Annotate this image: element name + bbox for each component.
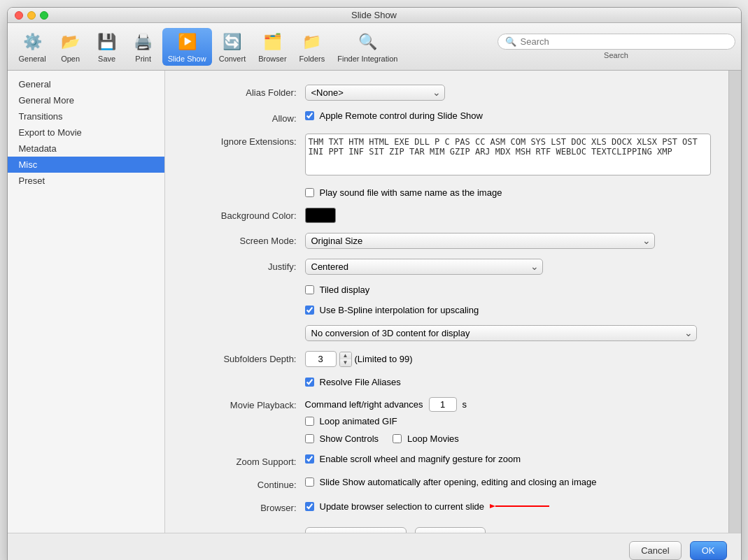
slideshow-icon: ▶️ <box>176 31 198 53</box>
toolbar-item-save[interactable]: 💾 Save <box>90 28 125 66</box>
toolbar-item-finder[interactable]: 🔍 Finder Integration <box>332 28 403 66</box>
subfolders-input[interactable] <box>305 351 337 367</box>
browser-update-checkbox-row[interactable]: Update browser selection to current slid… <box>305 501 485 512</box>
folders-icon: 📁 <box>301 31 323 53</box>
conversion-3d-select[interactable]: No conversion of 3D content for display … <box>305 325 697 341</box>
resolve-aliases-row: Resolve File Aliases <box>186 377 707 387</box>
ok-button[interactable]: OK <box>690 541 727 560</box>
resolve-aliases-checkbox-row[interactable]: Resolve File Aliases <box>305 377 707 387</box>
browser-update-checkbox[interactable] <box>305 502 314 511</box>
subfolders-arrows: ▲ ▼ <box>339 352 352 367</box>
continue-slideshow-checkbox[interactable] <box>305 478 314 487</box>
zoom-enable-checkbox[interactable] <box>305 454 314 464</box>
bspline-checkbox-row[interactable]: Use B-Spline interpolation for upscaling <box>305 305 707 315</box>
conversion-3d-row: No conversion of 3D content for display … <box>186 325 707 341</box>
sidebar-item-metadata[interactable]: Metadata <box>8 141 164 157</box>
zoom-support-control: Enable scroll wheel and magnify gesture … <box>305 454 707 464</box>
tiled-display-checkbox[interactable] <box>305 285 314 294</box>
save-icon: 💾 <box>96 31 118 53</box>
toolbar-item-folders[interactable]: 📁 Folders <box>294 28 331 66</box>
resolve-aliases-checkbox[interactable] <box>305 378 314 387</box>
movie-command-row: Command left/right advances s <box>305 397 707 412</box>
ignore-extensions-textarea[interactable]: THM TXT HTM HTML EXE DLL P C PAS CC ASM … <box>305 134 711 175</box>
tiled-display-checkbox-row[interactable]: Tiled display <box>305 285 707 295</box>
toolbar-item-convert[interactable]: 🔄 Convert <box>213 28 252 66</box>
subfolders-label: Subfolders Depth: <box>186 351 305 364</box>
allow-checkbox[interactable] <box>305 111 314 120</box>
sidebar-item-transitions[interactable]: Transitions <box>8 108 164 124</box>
movie-seconds-unit: s <box>463 399 467 410</box>
close-button[interactable] <box>15 11 23 20</box>
allow-row: Allow: Apple Remote control during Slide… <box>186 110 707 124</box>
browser-label: Browser: <box>186 500 305 513</box>
minimize-button[interactable] <box>27 11 36 20</box>
toolbar-items: ⚙️ General 📂 Open 💾 Save 🖨️ Print ▶️ Sli… <box>13 28 498 66</box>
browser-control: Update browser selection to current slid… <box>305 500 707 512</box>
bspline-control: Use B-Spline interpolation for upscaling <box>305 305 707 315</box>
restore-defaults-button[interactable]: Restore to Defaults <box>305 527 407 533</box>
sidebar-item-preset[interactable]: Preset <box>8 173 164 189</box>
subfolders-down-arrow[interactable]: ▼ <box>340 359 351 366</box>
maximize-button[interactable] <box>40 11 48 20</box>
search-input[interactable] <box>521 36 728 47</box>
allow-checkbox-row[interactable]: Apple Remote control during Slide Show <box>305 110 707 121</box>
loop-movies-checkbox-row[interactable]: Loop Movies <box>393 433 459 444</box>
toolbar-item-general[interactable]: ⚙️ General <box>13 28 52 66</box>
sidebar-item-general[interactable]: General <box>8 76 164 92</box>
sidebar-item-export-to-movie[interactable]: Export to Movie <box>8 124 164 141</box>
allow-checkbox-label: Apple Remote control during Slide Show <box>320 110 483 121</box>
loop-row: Show Controls Loop Movies <box>305 433 707 444</box>
continue-slideshow-checkbox-row[interactable]: Slide Show automatically after opening, … <box>305 477 707 487</box>
play-sound-control: Play sound file with same name as the im… <box>305 187 707 198</box>
zoom-enable-label: Enable scroll wheel and magnify gesture … <box>320 454 521 464</box>
background-color-swatch[interactable] <box>305 208 336 223</box>
continue-row: Continue: Slide Show automatically after… <box>186 477 707 490</box>
sidebar-item-misc[interactable]: Misc <box>8 157 164 173</box>
browser-update-label: Update browser selection to current slid… <box>320 501 485 512</box>
bspline-label: Use B-Spline interpolation for upscaling <box>320 305 479 315</box>
alias-folder-select[interactable]: <None> Documents Desktop <box>305 85 445 101</box>
subfolders-up-arrow[interactable]: ▲ <box>340 352 351 359</box>
toolbar-item-browser[interactable]: 🗂️ Browser <box>253 28 292 66</box>
subfolders-stepper: ▲ ▼ (Limited to 99) <box>305 351 707 367</box>
loop-gif-checkbox[interactable] <box>305 417 314 426</box>
zoom-enable-checkbox-row[interactable]: Enable scroll wheel and magnify gesture … <box>305 454 707 464</box>
search-box[interactable]: 🔍 <box>498 34 735 50</box>
ignore-extensions-control: THM TXT HTM HTML EXE DLL P C PAS CC ASM … <box>305 134 711 178</box>
window-title: Slide Show <box>351 10 397 20</box>
loop-movies-checkbox[interactable] <box>393 434 402 443</box>
alias-folder-row: Alias Folder: <None> Documents Desktop <box>186 85 707 101</box>
zoom-support-row: Zoom Support: Enable scroll wheel and ma… <box>186 454 707 467</box>
resolve-aliases-label: Resolve File Aliases <box>320 377 401 387</box>
tiled-display-row: Tiled display <box>186 285 707 295</box>
show-controls-checkbox-row[interactable]: Show Controls <box>305 433 379 444</box>
loop-gif-checkbox-row[interactable]: Loop animated GIF <box>305 416 707 426</box>
screen-mode-select[interactable]: Original Size Fit Fill <box>305 233 655 249</box>
bspline-checkbox[interactable] <box>305 306 314 315</box>
justify-select[interactable]: Centered Left Right <box>305 259 543 275</box>
toolbar-item-print[interactable]: 🖨️ Print <box>126 28 161 66</box>
background-color-row: Background Color: <box>186 208 707 223</box>
screen-mode-select-wrapper: Original Size Fit Fill <box>305 233 655 249</box>
play-sound-checkbox[interactable] <box>305 188 314 197</box>
movie-playback-control: Command left/right advances s Loop anima… <box>305 397 707 444</box>
sidebar-item-general-more[interactable]: General More <box>8 92 164 108</box>
show-controls-checkbox[interactable] <box>305 434 314 443</box>
screen-mode-control: Original Size Fit Fill <box>305 233 707 249</box>
screen-mode-row: Screen Mode: Original Size Fit Fill <box>186 233 707 249</box>
resolve-aliases-control: Resolve File Aliases <box>305 377 707 387</box>
cancel-button[interactable]: Cancel <box>629 541 681 560</box>
movie-seconds-input[interactable] <box>429 397 457 412</box>
open-icon: 📂 <box>59 31 82 53</box>
last-values-button[interactable]: Last Values <box>415 527 486 533</box>
tiled-display-control: Tiled display <box>305 285 707 295</box>
content-area: Alias Folder: <None> Documents Desktop A… <box>165 71 728 533</box>
tiled-display-spacer <box>186 285 305 287</box>
search-label: Search <box>604 51 628 59</box>
toolbar-item-open[interactable]: 📂 Open <box>53 28 88 66</box>
play-sound-checkbox-row[interactable]: Play sound file with same name as the im… <box>305 187 707 198</box>
alias-folder-control: <None> Documents Desktop <box>305 85 707 101</box>
tiled-display-label: Tiled display <box>320 285 370 295</box>
toolbar: ⚙️ General 📂 Open 💾 Save 🖨️ Print ▶️ Sli… <box>8 23 741 71</box>
toolbar-item-slideshow[interactable]: ▶️ Slide Show <box>162 28 212 66</box>
